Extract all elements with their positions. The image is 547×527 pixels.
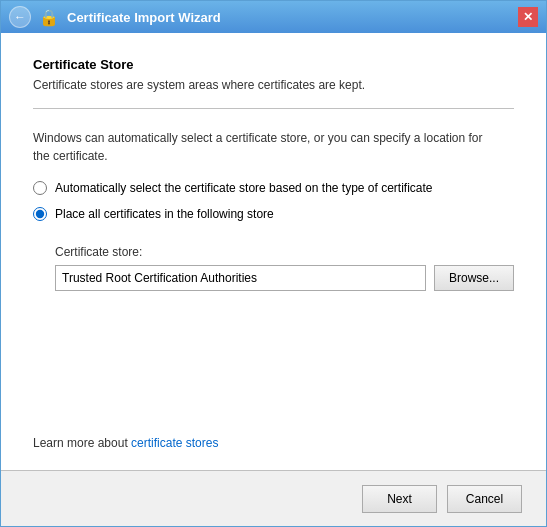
spacer xyxy=(33,291,514,428)
radio-manual-label: Place all certificates in the following … xyxy=(55,207,274,221)
main-content: Certificate Store Certificate stores are… xyxy=(1,33,546,470)
footer: Next Cancel xyxy=(1,470,546,526)
learn-more-text: Learn more about certificate stores xyxy=(33,436,514,450)
back-button[interactable]: ← xyxy=(9,6,31,28)
radio-auto-input[interactable] xyxy=(33,181,47,195)
divider xyxy=(33,108,514,109)
store-section: Certificate store: Browse... xyxy=(55,245,514,291)
browse-button[interactable]: Browse... xyxy=(434,265,514,291)
store-input-row: Browse... xyxy=(55,265,514,291)
wizard-window: ← 🔒 Certificate Import Wizard ✕ Certific… xyxy=(0,0,547,527)
store-input[interactable] xyxy=(55,265,426,291)
title-bar-left: ← 🔒 Certificate Import Wizard xyxy=(9,6,221,28)
info-text: Windows can automatically select a certi… xyxy=(33,129,514,165)
title-bar: ← 🔒 Certificate Import Wizard ✕ xyxy=(1,1,546,33)
radio-auto-label: Automatically select the certificate sto… xyxy=(55,181,433,195)
section-description: Certificate stores are system areas wher… xyxy=(33,78,514,92)
learn-more-link[interactable]: certificate stores xyxy=(131,436,218,450)
radio-auto[interactable]: Automatically select the certificate sto… xyxy=(33,181,514,195)
info-text-line2: the certificate. xyxy=(33,149,108,163)
store-label: Certificate store: xyxy=(55,245,514,259)
cancel-button[interactable]: Cancel xyxy=(447,485,522,513)
certificate-icon: 🔒 xyxy=(39,7,59,27)
radio-manual-input[interactable] xyxy=(33,207,47,221)
close-button[interactable]: ✕ xyxy=(518,7,538,27)
info-text-line1: Windows can automatically select a certi… xyxy=(33,131,483,145)
learn-more-prefix: Learn more about xyxy=(33,436,131,450)
section-title: Certificate Store xyxy=(33,57,514,72)
next-button[interactable]: Next xyxy=(362,485,437,513)
radio-manual[interactable]: Place all certificates in the following … xyxy=(33,207,514,221)
window-title: Certificate Import Wizard xyxy=(67,10,221,25)
radio-group: Automatically select the certificate sto… xyxy=(33,181,514,221)
